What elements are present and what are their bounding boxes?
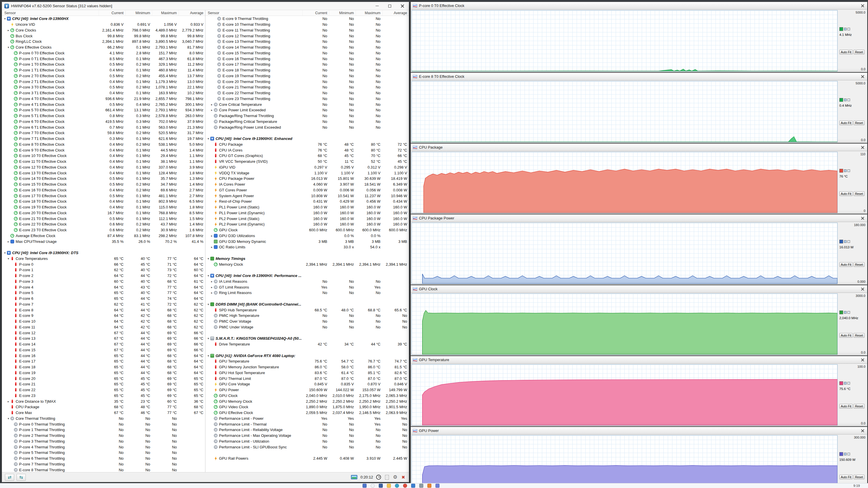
- sensor-row[interactable]: E-core 23 T0 Effective Clock0.6 MHz0.2 M…: [2, 227, 205, 233]
- chevron-down-icon[interactable]: ▾: [207, 337, 210, 340]
- sensor-row[interactable]: E-core 8 Thermal ThrottlingNoNoNo: [2, 467, 205, 472]
- sensor-row[interactable]: Performance Limit - PowerYesYesYesYes: [206, 416, 409, 422]
- reset-button[interactable]: Reset: [854, 333, 864, 338]
- sensor-row[interactable]: E-core 9 Thermal ThrottlingNoNoNo: [206, 16, 409, 22]
- taskbar-icon-task-view[interactable]: [379, 484, 383, 488]
- sensor-row[interactable]: E-core 1965 °C44 °C68 °C64 °C: [2, 370, 205, 376]
- sensor-row[interactable]: P-core 665 °C44 °C74 °C64 °C: [2, 296, 205, 301]
- graph-color-swatch[interactable]: [839, 240, 843, 243]
- graph-color-swatch[interactable]: [839, 381, 843, 385]
- taskbar-icon-chrome[interactable]: [403, 484, 407, 488]
- background-color-swatch[interactable]: [844, 382, 846, 385]
- chevron-down-icon[interactable]: ▾: [3, 17, 7, 20]
- sensor-row[interactable]: GPU Video Clock1,890.0 MHz1,875.0 MHz1,9…: [206, 404, 409, 410]
- reset-button[interactable]: Reset: [854, 191, 864, 196]
- sensor-row[interactable]: PL2 Power Limit (Static)160.0 W160.0 W16…: [206, 216, 409, 222]
- background-color-swatch[interactable]: [844, 28, 846, 30]
- sensor-row[interactable]: iGPU VID0.297 V0.295 V0.312 V0.298 V: [206, 164, 409, 170]
- sensor-row[interactable]: P-core 360 °C40 °C68 °C61 °C: [2, 279, 205, 285]
- sensor-row[interactable]: P-core 2 T0 Effective Clock0.5 MHz0.2 MH…: [2, 73, 205, 79]
- sensor-row[interactable]: P-core 3 T0 Effective Clock0.5 MHz0.2 MH…: [2, 85, 205, 90]
- close-icon[interactable]: [860, 3, 865, 8]
- sensor-row[interactable]: E-core 18 Thermal ThrottlingNoNoNo: [206, 67, 409, 73]
- sensor-row[interactable]: GPU Power150.609 W144.022 W153.057 W149.…: [206, 387, 409, 393]
- close-icon[interactable]: [860, 216, 865, 221]
- sensor-row[interactable]: E-core 22 Thermal ThrottlingNoNoNo: [206, 90, 409, 96]
- logging-clock-button[interactable]: [375, 475, 382, 480]
- sensor-row[interactable]: P-core 066 °C45 °C71 °C64 °C: [2, 261, 205, 267]
- sensor-row[interactable]: Performance Limit - UtilizationNoNoNoNo: [206, 438, 409, 444]
- graph-titlebar[interactable]: CPU Package: [411, 144, 867, 151]
- sensor-row[interactable]: P-core 5 T0 Effective Clock661.4 MHz13.1…: [2, 107, 205, 113]
- sensor-row[interactable]: CPU Package68 °C48 °C77 °C68 °C: [2, 404, 205, 410]
- sensor-row[interactable]: System Agent Power10.808 W10.541 W11.237…: [206, 193, 409, 199]
- column-header-maximum[interactable]: Maximum: [152, 10, 179, 15]
- sensor-row[interactable]: ▸Core Clocks2,161.4 MHz798.0 MHz4,489.0 …: [2, 28, 205, 33]
- sensor-row[interactable]: ▸Ring Limit ReasonsNoNoNo: [206, 290, 409, 296]
- auto-fit-button[interactable]: Auto Fit: [839, 404, 852, 409]
- chevron-down-icon[interactable]: ▾: [7, 257, 10, 260]
- sensor-row[interactable]: P-core 3 T1 Effective Clock0.4 MHz0.1 MH…: [2, 90, 205, 96]
- column-header-maximum[interactable]: Maximum: [355, 10, 382, 15]
- sensor-row[interactable]: Package/Ring Critical TemperatureNoNoNo: [206, 119, 409, 125]
- chevron-right-icon[interactable]: ▸: [210, 246, 214, 249]
- close-icon[interactable]: [860, 74, 865, 79]
- taskbar-icon-app-2[interactable]: [427, 484, 431, 488]
- sensor-row[interactable]: VR VCC Temperature (SVID)50 °C11 °C52 °C…: [206, 159, 409, 164]
- column-header-current[interactable]: Current: [302, 10, 329, 15]
- sensor-row[interactable]: E-core 15 Thermal ThrottlingNoNoNo: [206, 50, 409, 56]
- sensor-section-row[interactable]: ▾CPU [#0]: Intel Core i9-13900HX: DTS: [2, 250, 205, 256]
- sensor-row[interactable]: GPU Rail Powers2.445 W0.408 W3.910 W2.44…: [206, 456, 409, 461]
- sensor-row[interactable]: PL1 Power Limit (Static)160.0 W160.0 W16…: [206, 204, 409, 210]
- background-color-swatch[interactable]: [844, 169, 846, 172]
- auto-fit-button[interactable]: Auto Fit: [839, 50, 852, 54]
- sensor-row[interactable]: P-core 162 °C40 °C73 °C60 °C: [2, 267, 205, 273]
- taskbar-icon-app-3[interactable]: [435, 484, 439, 488]
- column-header-current[interactable]: Current: [99, 10, 125, 15]
- column-header-average[interactable]: Average: [179, 10, 205, 15]
- sensor-row[interactable]: GPU Clock2,040.0 MHz2,010.0 MHz2,175.0 M…: [206, 393, 409, 399]
- sensor-row[interactable]: E-core 13 T0 Effective Clock0.4 MHz0.1 M…: [2, 170, 205, 176]
- sensor-row[interactable]: E-core 10 T0 Effective Clock0.4 MHz0.1 M…: [2, 153, 205, 159]
- column-header-row[interactable]: Sensor Current Minimum Maximum Average: [206, 10, 409, 16]
- chevron-right-icon[interactable]: ▸: [210, 103, 214, 106]
- sensor-row[interactable]: CPU Package Power16.013 W15.801 W30.639 …: [206, 176, 409, 182]
- sensor-row[interactable]: P-core 2 Thermal ThrottlingNoNoNo: [2, 433, 205, 438]
- sensor-row[interactable]: P-core 0 Thermal ThrottlingNoNoNo: [2, 421, 205, 427]
- sensor-row[interactable]: E-core 15 T0 Effective Clock0.5 MHz0.2 M…: [2, 182, 205, 187]
- chevron-right-icon[interactable]: ▸: [210, 286, 214, 289]
- sensor-row[interactable]: ▸Max CPU/Thread Usage35.5 %26.0 %70.2 %4…: [2, 238, 205, 244]
- background-color-swatch[interactable]: [844, 240, 846, 243]
- sensor-row[interactable]: VDDQ TX Voltage1.100 V1.100 V1.100 V1.10…: [206, 170, 409, 176]
- auto-fit-button[interactable]: Auto Fit: [839, 333, 852, 338]
- close-icon[interactable]: [860, 428, 865, 433]
- pan-right-button[interactable]: ⇆: [17, 474, 26, 481]
- sensor-row[interactable]: CPU IA Cores76 °C48 °C80 °C72 °C: [206, 147, 409, 153]
- sensor-row[interactable]: E-core 16 T0 Effective Clock0.4 MHz0.2 M…: [2, 187, 205, 193]
- sensor-row[interactable]: PL2 Power Limit (Dynamic)160.0 W160.0 W1…: [206, 222, 409, 227]
- sensor-row[interactable]: E-core 1164 °C42 °C68 °C62 °C: [2, 324, 205, 330]
- show-graph-button[interactable]: [350, 475, 358, 479]
- taskbar-icon-file-explorer[interactable]: [387, 484, 391, 488]
- sensor-row[interactable]: Package/Ring Power Limit ExceededNoNoNo: [206, 124, 409, 130]
- sensor-row[interactable]: P-core 6 Thermal ThrottlingNoNoNo: [2, 456, 205, 461]
- grid-color-swatch[interactable]: [847, 240, 850, 243]
- sensor-row[interactable]: E-core 10 Thermal ThrottlingNoNoNo: [206, 22, 409, 28]
- sensor-row[interactable]: E-core 22 T0 Effective Clock0.6 MHz0.2 M…: [2, 222, 205, 227]
- sensor-row[interactable]: E-core 21 T0 Effective Clock0.5 MHz0.1 M…: [2, 216, 205, 222]
- sensor-row[interactable]: E-core 1865 °C44 °C68 °C64 °C: [2, 364, 205, 370]
- graph-color-swatch[interactable]: [839, 169, 843, 172]
- auto-fit-button[interactable]: Auto Fit: [839, 475, 852, 479]
- sensor-row[interactable]: GPU Memory Clock2,250.2 MHz2,250.2 MHz2,…: [206, 398, 409, 404]
- sensor-row[interactable]: ▸IA Limit ReasonsNoNoNo: [206, 279, 409, 285]
- grid-color-swatch[interactable]: [847, 311, 850, 314]
- column-header-sensor[interactable]: Sensor: [206, 11, 302, 15]
- sensor-row[interactable]: ▾Core Effective Clocks66.2 MHz0.1 MHz2,7…: [2, 44, 205, 50]
- sensor-section-row[interactable]: ▾S.M.A.R.T.: KINGSTON OM8SEP41024Q-A0 (5…: [206, 336, 409, 341]
- sensor-row[interactable]: E-core 1064 °C42 °C68 °C62 °C: [2, 319, 205, 324]
- sensor-row[interactable]: GPU Memory Junction Temperature86.0 °C58…: [206, 364, 409, 370]
- sensor-row[interactable]: GPU Temperature75.6 °C54.7 °C76.7 °C74.7…: [206, 358, 409, 364]
- sensor-row[interactable]: P-core 565 °C40 °C77 °C64 °C: [2, 290, 205, 296]
- sensor-row[interactable]: GT Cores Power0.009 W0.006 W0.056 W0.008…: [206, 187, 409, 193]
- sensor-row[interactable]: Performance Limit - ThermalNoNoYesNo: [206, 421, 409, 427]
